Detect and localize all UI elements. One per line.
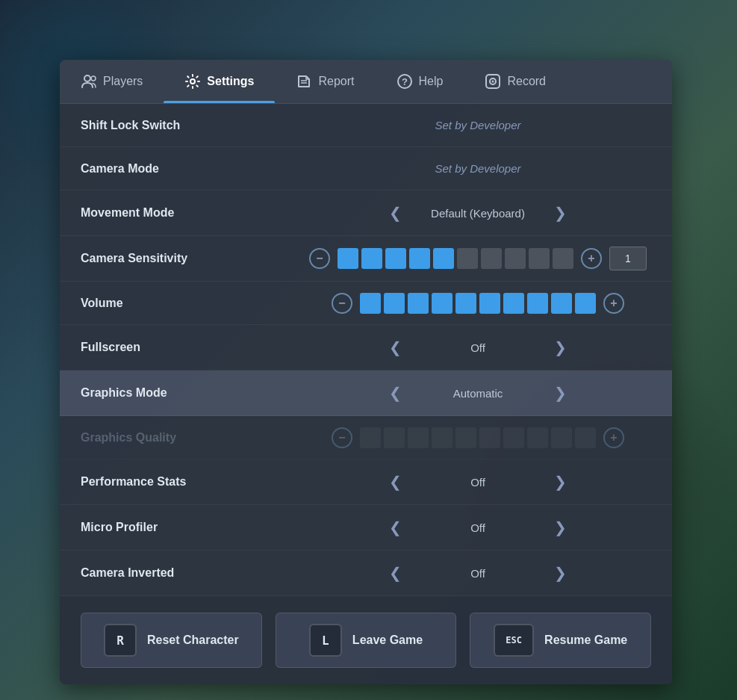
fullscreen-label: Fullscreen — [81, 341, 305, 354]
sensitivity-slider-container: − + — [309, 247, 647, 270]
sensitivity-decrease[interactable]: − — [309, 248, 330, 269]
gq-block-2 — [384, 427, 405, 448]
block-6 — [457, 248, 478, 269]
block-3 — [385, 248, 406, 269]
gq-block-6 — [479, 427, 500, 448]
camera-inverted-label: Camera Inverted — [81, 566, 305, 580]
leave-game-button[interactable]: L Leave Game — [276, 613, 457, 668]
vol-block-7 — [503, 293, 524, 314]
graphics-mode-value: Automatic — [418, 387, 538, 400]
tab-report[interactable]: Report — [275, 60, 375, 103]
tab-help-label: Help — [419, 75, 444, 88]
setting-graphics-mode: Graphics Mode ❮ Automatic ❯ — [60, 371, 672, 416]
micro-profiler-label: Micro Profiler — [81, 521, 305, 534]
graphics-mode-next[interactable]: ❯ — [547, 381, 574, 405]
tab-settings[interactable]: Settings — [164, 60, 275, 103]
setting-volume: Volume − + — [60, 282, 672, 325]
players-icon — [81, 73, 97, 90]
fullscreen-next[interactable]: ❯ — [547, 335, 574, 359]
shift-lock-label: Shift Lock Switch — [81, 119, 305, 132]
bottom-action-bar: R Reset Character L Leave Game ESC Resum… — [60, 596, 672, 684]
gq-block-1 — [360, 427, 381, 448]
camera-inverted-next[interactable]: ❯ — [547, 561, 574, 585]
volume-increase[interactable]: + — [603, 293, 624, 314]
movement-mode-prev[interactable]: ❮ — [382, 201, 409, 225]
micro-profiler-value: Off — [418, 521, 538, 534]
camera-mode-control: Set by Developer — [305, 162, 651, 175]
micro-profiler-prev[interactable]: ❮ — [382, 515, 409, 539]
gq-block-4 — [432, 427, 453, 448]
camera-sensitivity-label: Camera Sensitivity — [81, 252, 305, 265]
volume-control: − + — [305, 293, 651, 314]
graphics-mode-control: ❮ Automatic ❯ — [305, 381, 651, 405]
volume-decrease[interactable]: − — [332, 293, 352, 314]
performance-stats-prev[interactable]: ❮ — [382, 470, 409, 494]
tab-record[interactable]: Record — [464, 60, 567, 103]
sensitivity-blocks — [338, 248, 573, 269]
setting-fullscreen: Fullscreen ❮ Off ❯ — [60, 325, 672, 371]
block-10 — [553, 248, 573, 269]
gq-block-10 — [575, 427, 596, 448]
movement-mode-control: ❮ Default (Keyboard) ❯ — [305, 201, 651, 225]
resume-game-button[interactable]: ESC Resume Game — [470, 613, 651, 668]
gq-decrease: − — [332, 427, 352, 448]
settings-content: Shift Lock Switch Set by Developer Camer… — [60, 104, 672, 596]
volume-label: Volume — [81, 297, 305, 310]
report-icon — [296, 73, 312, 90]
graphics-mode-label: Graphics Mode — [81, 386, 305, 400]
tab-players[interactable]: Players — [60, 60, 164, 103]
camera-inverted-prev[interactable]: ❮ — [382, 561, 409, 585]
performance-stats-control: ❮ Off ❯ — [305, 470, 651, 494]
sensitivity-input[interactable] — [609, 247, 647, 270]
micro-profiler-control: ❮ Off ❯ — [305, 515, 651, 539]
gq-block-9 — [551, 427, 572, 448]
setting-micro-profiler: Micro Profiler ❮ Off ❯ — [60, 505, 672, 551]
movement-mode-next[interactable]: ❯ — [547, 201, 574, 225]
performance-stats-next[interactable]: ❯ — [547, 470, 574, 494]
block-8 — [505, 248, 526, 269]
settings-icon — [184, 73, 201, 90]
movement-mode-value: Default (Keyboard) — [418, 207, 538, 220]
setting-camera-inverted: Camera Inverted ❮ Off ❯ — [60, 551, 672, 596]
reset-character-button[interactable]: R Reset Character — [81, 613, 262, 668]
vol-block-5 — [455, 293, 476, 314]
camera-sensitivity-control: − + — [305, 247, 651, 270]
vol-block-1 — [360, 293, 381, 314]
fullscreen-control: ❮ Off ❯ — [305, 335, 651, 359]
vol-block-4 — [432, 293, 453, 314]
shift-lock-control: Set by Developer — [305, 119, 651, 131]
tab-record-label: Record — [507, 75, 546, 88]
svg-point-9 — [492, 81, 494, 83]
gq-increase: + — [603, 427, 624, 448]
svg-text:?: ? — [402, 76, 408, 87]
tab-help[interactable]: ? Help — [376, 60, 464, 103]
fullscreen-value: Off — [418, 341, 538, 354]
help-icon: ? — [397, 73, 413, 90]
movement-mode-label: Movement Mode — [81, 206, 305, 220]
fullscreen-prev[interactable]: ❮ — [382, 335, 409, 359]
setting-performance-stats: Performance Stats ❮ Off ❯ — [60, 459, 672, 505]
vol-block-3 — [408, 293, 429, 314]
leave-key-badge: L — [309, 624, 342, 657]
block-7 — [481, 248, 502, 269]
gq-block-3 — [408, 427, 429, 448]
vol-block-9 — [551, 293, 572, 314]
gq-block-7 — [503, 427, 524, 448]
setting-movement-mode: Movement Mode ❮ Default (Keyboard) ❯ — [60, 191, 672, 236]
block-2 — [361, 248, 382, 269]
sensitivity-increase[interactable]: + — [581, 248, 602, 269]
setting-camera-mode: Camera Mode Set by Developer — [60, 147, 672, 191]
graphics-quality-label: Graphics Quality — [81, 431, 305, 445]
camera-mode-label: Camera Mode — [81, 162, 305, 176]
tab-settings-label: Settings — [207, 75, 254, 88]
leave-label: Leave Game — [352, 634, 423, 647]
tab-players-label: Players — [103, 75, 143, 88]
vol-block-10 — [575, 293, 596, 314]
graphics-mode-prev[interactable]: ❮ — [382, 381, 409, 405]
gq-block-5 — [455, 427, 476, 448]
volume-slider-container: − + — [332, 293, 624, 314]
graphics-quality-control: − + — [305, 427, 651, 448]
micro-profiler-next[interactable]: ❯ — [547, 515, 574, 539]
svg-point-0 — [84, 75, 90, 81]
shift-lock-value: Set by Developer — [435, 119, 520, 131]
